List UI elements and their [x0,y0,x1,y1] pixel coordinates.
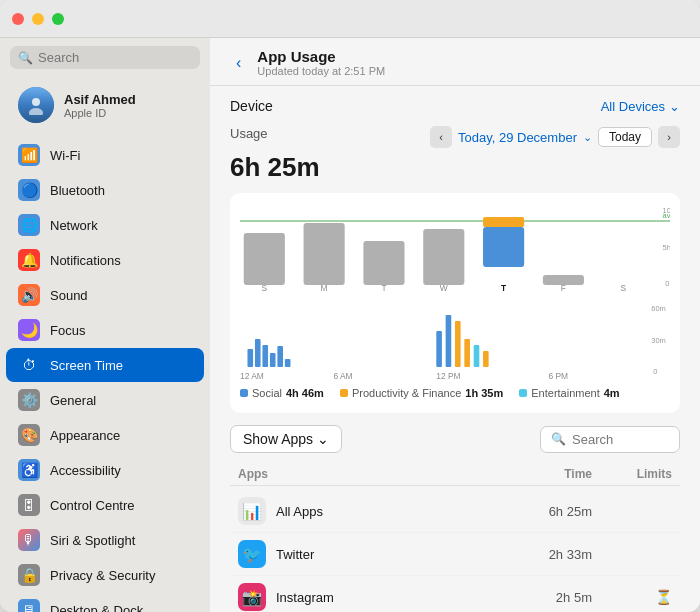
maximize-button[interactable] [52,13,64,25]
profile-sub: Apple ID [64,107,136,119]
apps-table: Apps Time Limits 📊 All Apps 6h 25m 🐦 Twi… [230,463,680,612]
desktop-icon: 🖥 [18,599,40,612]
prev-date-button[interactable]: ‹ [430,126,452,148]
sidebar-item-desktop[interactable]: 🖥Desktop & Dock [6,593,204,612]
search-input[interactable] [38,50,192,65]
close-button[interactable] [12,13,24,25]
sidebar-item-appearance[interactable]: 🎨Appearance [6,418,204,452]
legend-label: Social [252,387,282,399]
svg-text:M: M [321,283,328,293]
app-name: Instagram [276,590,334,605]
sidebar-item-accessibility[interactable]: ♿Accessibility [6,453,204,487]
legend-time: 4h 46m [286,387,324,399]
profile-name: Asif Ahmed [64,92,136,107]
svg-rect-13 [423,229,464,285]
svg-rect-38 [474,345,480,367]
app-icon: 📊 [238,497,266,525]
app-name: All Apps [276,504,323,519]
sidebar-item-focus[interactable]: 🌙Focus [6,313,204,347]
bluetooth-icon: 🔵 [18,179,40,201]
sidebar-item-label-focus: Focus [50,323,85,338]
svg-rect-37 [464,339,470,367]
app-row[interactable]: 🐦 Twitter 2h 33m [230,533,680,576]
app-name: Twitter [276,547,314,562]
legend-item: Productivity & Finance 1h 35m [340,387,503,399]
sidebar-item-label-screentime: Screen Time [50,358,123,373]
apps-list: 📊 All Apps 6h 25m 🐦 Twitter 2h 33m 📸 Ins… [230,490,680,612]
sidebar-item-general[interactable]: ⚙️General [6,383,204,417]
sidebar-item-label-network: Network [50,218,98,233]
back-button[interactable]: ‹ [230,52,247,74]
sidebar-item-label-general: General [50,393,96,408]
next-date-button[interactable]: › [658,126,680,148]
siri-icon: 🎙 [18,529,40,551]
sidebar-item-controlcentre[interactable]: 🎛Control Centre [6,488,204,522]
sidebar-item-label-sound: Sound [50,288,88,303]
sidebar-item-screentime[interactable]: ⏱Screen Time [6,348,204,382]
svg-text:T: T [501,283,507,293]
app-icon: 🐦 [238,540,266,568]
sidebar-item-notifications[interactable]: 🔔Notifications [6,243,204,277]
panel-title-group: App Usage Updated today at 2:51 PM [257,48,385,77]
svg-text:12 PM: 12 PM [436,371,460,381]
controlcentre-icon: 🎛 [18,494,40,516]
show-apps-row: Show Apps ⌄ 🔍 [230,425,680,453]
panel-title: App Usage [257,48,385,65]
legend-time: 4m [604,387,620,399]
sidebar-item-bluetooth[interactable]: 🔵Bluetooth [6,173,204,207]
svg-text:W: W [440,283,449,293]
main-window: 🔍 Asif Ahmed Apple ID [0,0,700,612]
sidebar-profile[interactable]: Asif Ahmed Apple ID [6,79,204,131]
svg-rect-9 [304,223,345,285]
network-icon: 🌐 [18,214,40,236]
show-apps-button[interactable]: Show Apps ⌄ [230,425,342,453]
sidebar-search[interactable]: 🔍 [10,46,200,69]
app-row[interactable]: 📊 All Apps 6h 25m [230,490,680,533]
date-chevron-icon: ⌄ [583,131,592,144]
sidebar-item-sound[interactable]: 🔊Sound [6,278,204,312]
sidebar-item-privacy[interactable]: 🔒Privacy & Security [6,558,204,592]
svg-point-1 [29,108,43,115]
svg-text:12 AM: 12 AM [240,371,264,381]
sidebar-item-wifi[interactable]: 📶Wi-Fi [6,138,204,172]
today-button[interactable]: Today [598,127,652,147]
device-label: Device [230,98,273,114]
avatar [18,87,54,123]
app-info: 📸 Instagram [238,583,512,611]
accessibility-icon: ♿ [18,459,40,481]
legend-time: 1h 35m [465,387,503,399]
sidebar-item-siri[interactable]: 🎙Siri & Spotlight [6,523,204,557]
panel-body: Device All Devices ⌄ Usage ‹ Today, 29 D… [210,86,700,612]
usage-date[interactable]: Today, 29 December [458,130,577,145]
weekly-chart: avg 10h 5h 0 S M [240,203,670,293]
sidebar-item-label-notifications: Notifications [50,253,121,268]
app-info: 🐦 Twitter [238,540,512,568]
svg-text:60m: 60m [651,304,666,313]
usage-label: Usage [230,126,268,141]
charts-container: avg 10h 5h 0 S M [230,193,680,413]
main-panel: ‹ App Usage Updated today at 2:51 PM Dev… [210,38,700,612]
daily-chart: 60m 30m 0 12 AM 6 AM 12 PM 6 PM [240,301,670,381]
svg-rect-29 [255,339,261,367]
svg-text:0: 0 [653,367,657,376]
apps-search-input[interactable] [572,432,669,447]
sidebar-item-network[interactable]: 🌐Network [6,208,204,242]
wifi-icon: 📶 [18,144,40,166]
device-value: All Devices [601,99,665,114]
usage-time: 6h 25m [230,152,680,183]
svg-rect-34 [436,331,442,367]
sidebar-section-main: 📶Wi-Fi🔵Bluetooth🌐Network🔔Notifications🔊S… [0,137,210,612]
device-selector[interactable]: All Devices ⌄ [601,99,680,114]
apps-search-field[interactable]: 🔍 [540,426,680,453]
app-row[interactable]: 📸 Instagram 2h 5m ⏳ [230,576,680,612]
svg-rect-30 [262,345,268,367]
minimize-button[interactable] [32,13,44,25]
legend-label: Productivity & Finance [352,387,461,399]
sidebar: 🔍 Asif Ahmed Apple ID [0,38,210,612]
sidebar-item-label-siri: Siri & Spotlight [50,533,135,548]
svg-rect-15 [483,227,524,267]
screentime-icon: ⏱ [18,354,40,376]
focus-icon: 🌙 [18,319,40,341]
search-icon: 🔍 [18,51,33,65]
svg-rect-39 [483,351,489,367]
